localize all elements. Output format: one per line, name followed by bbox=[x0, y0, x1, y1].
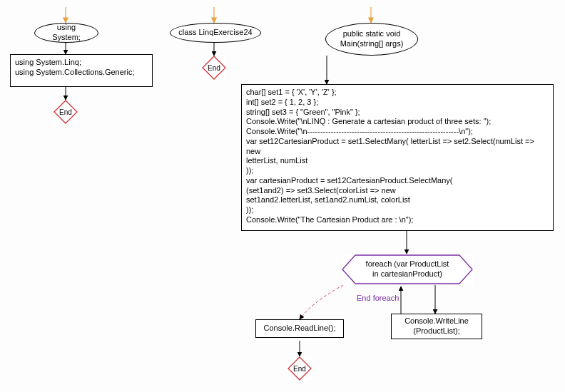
loop-body-text: Console.WriteLine (ProductList); bbox=[404, 316, 469, 336]
start-using-system: using System; bbox=[34, 23, 98, 43]
using-block: using System.Linq; using System.Collecti… bbox=[10, 54, 153, 87]
svg-text:End: End bbox=[208, 64, 220, 72]
svg-text:End: End bbox=[293, 365, 306, 373]
start-main: public static void Main(string[] args) bbox=[325, 23, 418, 56]
svg-text:End: End bbox=[59, 108, 72, 116]
start-class-label: class LinqExercise24 bbox=[178, 28, 252, 38]
main-code-text: char[] set1 = { 'X', 'Y', 'Z' }; int[] s… bbox=[246, 88, 549, 225]
end-col3: End bbox=[287, 356, 312, 381]
foreach-label: foreach (var ProductList in cartesianPro… bbox=[357, 259, 458, 279]
main-code-block: char[] set1 = { 'X', 'Y', 'Z' }; int[] s… bbox=[241, 84, 554, 231]
readline-box: Console.ReadLine(); bbox=[255, 319, 344, 338]
loop-body: Console.WriteLine (ProductList); bbox=[391, 314, 482, 339]
start-label: using System; bbox=[42, 23, 91, 43]
using-block-text: using System.Linq; using System.Collecti… bbox=[15, 58, 135, 78]
end-col1: End bbox=[54, 100, 78, 124]
readline-text: Console.ReadLine(); bbox=[264, 324, 336, 334]
start-class: class LinqExercise24 bbox=[170, 23, 261, 43]
start-main-label: public static void Main(string[] args) bbox=[340, 29, 404, 49]
end-col2: End bbox=[202, 56, 226, 80]
foreach-loop: foreach (var ProductList in cartesianPro… bbox=[341, 254, 474, 285]
end-foreach-label: End foreach bbox=[357, 294, 399, 302]
